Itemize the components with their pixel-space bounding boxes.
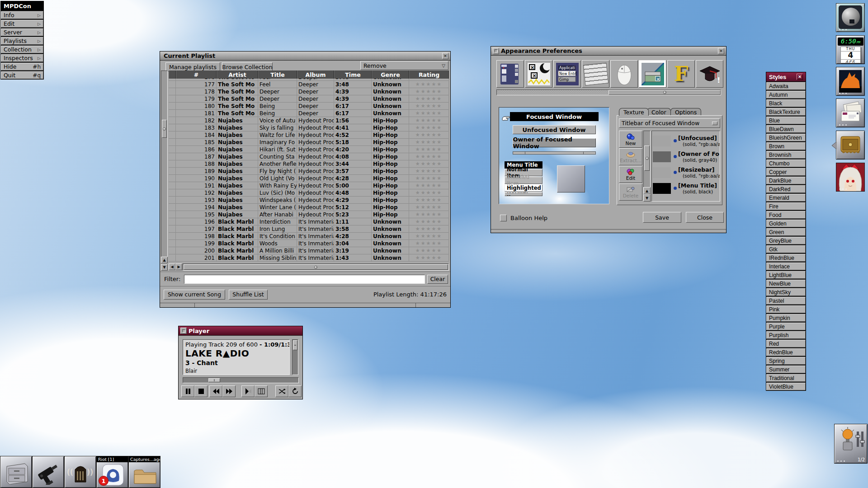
table-row[interactable]: 186NujabesHikari (ft. SutHydeout Prod4:2… [169,146,449,153]
styles-item-chumbo[interactable]: Chumbo [766,160,806,167]
styles-item-traditional[interactable]: Traditional [766,374,806,382]
vertical-scroll-knob[interactable] [162,120,167,138]
styles-item-food[interactable]: Food [766,211,806,219]
texture-entry-menu-item[interactable]: [Menu Item] [653,196,719,202]
remove-dropdown[interactable]: Remove▽ [360,61,448,70]
styles-item-interlace[interactable]: Interlace [766,263,806,270]
styles-item-black[interactable]: Black [766,99,806,107]
texture-entry-menu-title[interactable]: [Menu Title](solid, black) [653,180,719,196]
mpdcon-item-inspectors[interactable]: Inspectors▷ [1,54,43,62]
scroll-right-button[interactable]: ▶ [175,263,182,270]
seek-slider[interactable] [183,377,299,383]
preview-menu-item-normal-item-2[interactable]: Normal Item [505,192,542,196]
styles-item-violetblue[interactable]: VioletBlue [766,383,806,390]
table-row[interactable]: 192NujabesLuv (Sic) (MoHydeout Prod4:48H… [169,189,449,197]
table-row[interactable]: 178The Soft MoDeeperDeeper4:39Unknown★★★… [169,88,449,95]
table-row[interactable]: 189NujabesFly by Night (Hydeout Prod3:57… [169,168,449,175]
shuffle-list-button[interactable]: Shuffle List [229,290,268,300]
styles-item-newblue[interactable]: NewBlue [766,280,806,287]
edit-texture-button[interactable]: Edit [619,166,642,183]
dock-tile-pager[interactable]: 1/2 [834,424,868,464]
table-row[interactable]: 180The Soft MoBeingDeeper6:17Unknown★★★★… [169,103,449,110]
table-row[interactable]: 195NujabesAfter HanabiHydeout Prod5:23Hi… [169,211,449,218]
play-button[interactable] [241,385,255,397]
dock-tile-clock[interactable]: 6:50PM THU 4 APR [836,35,865,64]
appearance-resizebar[interactable] [491,229,726,233]
table-row[interactable]: 179The Soft MoDeeperDeeper4:39Unknown★★★… [169,95,449,103]
styles-item-autumn[interactable]: Autumn [766,91,806,99]
texture-list-scroll-knob[interactable] [644,145,650,171]
miniaturize-icon[interactable] [180,328,187,334]
save-button[interactable]: Save [643,212,681,223]
table-row[interactable]: 183NujabesSky is fallingHydeout Prod4:41… [169,124,449,131]
styles-item-emerald[interactable]: Emerald [766,194,806,202]
table-row[interactable]: 194NujabesWinter Lane (Hydeout Prod5:12H… [169,204,449,211]
styles-item-spring[interactable]: Spring [766,357,806,365]
pause-button[interactable] [181,385,194,397]
appicon-cabinet[interactable] [0,456,32,488]
styles-item-brownish[interactable]: Brownish [766,151,806,159]
mpdcon-item-edit[interactable]: Edit▷ [1,20,43,28]
styles-item-fire[interactable]: Fire [766,202,806,210]
styles-item-brown[interactable]: Brown [766,142,806,150]
table-row[interactable]: 199Black MarblWoodsIt's Immateria3:04Unk… [169,240,449,247]
keyboard-prefs-icon[interactable] [582,60,609,88]
preview-menu-item-disabled-item[interactable]: Disabled Item [505,177,542,184]
repeat-button[interactable] [288,385,302,397]
mpdcon-item-collection[interactable]: Collection▷ [1,46,43,53]
appearance-titlebar[interactable]: Appearance Preferences ✕ [491,47,726,56]
styles-item-darkred[interactable]: DarkRed [766,185,806,193]
tab-texture[interactable]: Texture [619,108,649,116]
playlist-close-icon[interactable]: ✕ [442,53,448,59]
new-texture-button[interactable]: New [619,131,642,148]
header-cell-rating[interactable]: Rating [409,70,449,79]
dock-tile-firefox[interactable] [836,67,865,96]
dock-tile-wmaker[interactable] [836,3,865,32]
texture-entry-resizebar[interactable]: [Resizebar](solid, "rgb:aa/aa/a [653,164,719,180]
playlist-titlebar[interactable]: Current Playlist ✕ [160,52,450,61]
scroll-knob[interactable] [609,90,721,95]
scroll-up-button[interactable]: ▲ [161,257,168,263]
close-button[interactable]: Close [686,212,724,223]
appicon-riot[interactable]: Riot [1] 1 [96,456,128,488]
styles-item-pumpkin[interactable]: Pumpkin [766,314,806,322]
texture-target-dropdown[interactable]: Titlebar of Focused Window [619,118,720,128]
filter-input[interactable] [184,275,425,284]
styles-item-blacktexture[interactable]: BlackTexture [766,108,806,116]
styles-item-purplish[interactable]: Purplish [766,331,806,339]
styles-item-nightsky[interactable]: NightSky [766,288,806,296]
styles-item-pastel[interactable]: Pastel [766,297,806,305]
styles-item-greyblue[interactable]: GreyBlue [766,237,806,244]
rewind-button[interactable] [209,385,222,397]
playlist-resizebar[interactable] [160,303,450,307]
list-scroll-up-button[interactable]: ▲ [643,187,651,194]
header-cell-time[interactable]: Time [334,70,372,79]
styles-item-purple[interactable]: Purple [766,323,806,330]
mpdcon-item-server[interactable]: Server▷ [1,28,43,36]
tab-color[interactable]: Color [647,108,671,116]
header-cell-[interactable]: # [176,70,217,79]
mouse-prefs-icon[interactable] [610,60,638,88]
balloon-help-checkbox[interactable] [500,215,507,221]
fast-forward-button[interactable] [222,385,236,397]
dock-tile-anime[interactable] [836,163,865,192]
header-cell-title[interactable]: Title [258,70,297,79]
mpdcon-item-hide[interactable]: Hide#h [1,63,43,70]
scroll-left-button[interactable]: ◀ [169,263,175,270]
font-prefs-icon[interactable]: F [667,60,695,88]
preview-owner-titlebar[interactable]: Owner of Focused Window [513,138,596,147]
preview-focused-titlebar[interactable]: Focused Window [510,112,599,121]
mpdcon-item-info[interactable]: Info▷ [1,11,43,19]
shuffle-button[interactable] [275,385,288,397]
mpdcon-item-quit[interactable]: Quit#q [1,71,43,79]
appearance-icon-scrollbar[interactable] [496,89,721,95]
appicon-captures-folder[interactable]: Captures...ager [128,456,160,488]
manage-playlists-button[interactable]: Manage playlists [165,62,220,71]
table-row[interactable]: 182NujabesVoice of AutuHydeout Prod1:56H… [169,117,449,124]
table-row[interactable]: 181The Soft MoBeingDeeper6:17Unknown★★★★… [169,110,449,117]
preview-menu-item-highlighted[interactable]: Highlighted [505,184,542,192]
header-cell-artist[interactable]: Artist [217,70,258,79]
window-focus-prefs-icon[interactable] [496,60,524,88]
appearance-close-icon[interactable]: ✕ [718,48,724,54]
texture-entry-unfocused[interactable]: [Unfocused](solid, "rgb:aa/aa/a [653,133,719,149]
